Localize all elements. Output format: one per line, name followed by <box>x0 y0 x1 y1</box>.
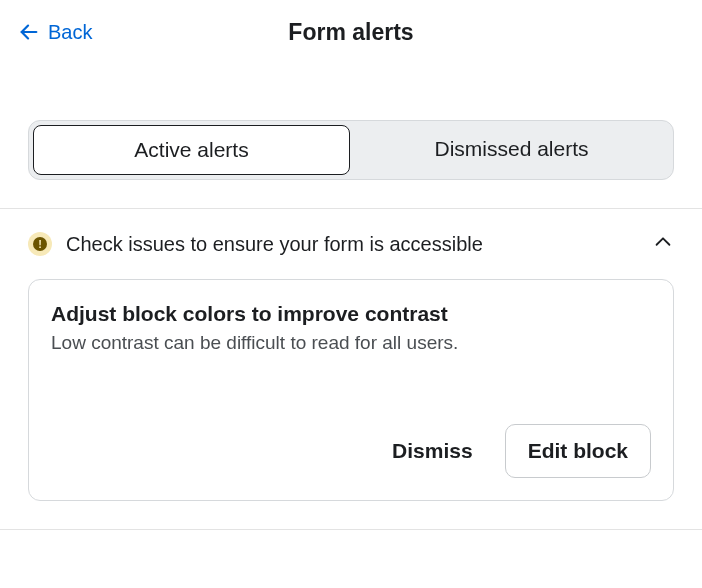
alert-description: Low contrast can be difficult to read fo… <box>51 332 651 354</box>
alert-title: Adjust block colors to improve contrast <box>51 302 651 326</box>
alert-actions: Dismiss Edit block <box>51 424 651 478</box>
header: Back Form alerts <box>0 0 702 64</box>
divider <box>0 529 702 530</box>
tabs-container: Active alerts Dismissed alerts <box>0 64 702 208</box>
back-button[interactable]: Back <box>18 21 92 44</box>
dismiss-button[interactable]: Dismiss <box>392 439 473 463</box>
arrow-left-icon <box>18 21 40 43</box>
tab-label: Active alerts <box>134 138 248 161</box>
page-title: Form alerts <box>0 19 702 46</box>
section-header[interactable]: ! Check issues to ensure your form is ac… <box>0 209 702 279</box>
back-label: Back <box>48 21 92 44</box>
chevron-up-icon <box>652 231 674 257</box>
edit-block-button[interactable]: Edit block <box>505 424 651 478</box>
tab-dismissed-alerts[interactable]: Dismissed alerts <box>354 125 669 175</box>
alerts-list: Adjust block colors to improve contrast … <box>0 279 702 501</box>
alert-card: Adjust block colors to improve contrast … <box>28 279 674 501</box>
section-title: Check issues to ensure your form is acce… <box>66 233 638 256</box>
tab-label: Dismissed alerts <box>434 137 588 160</box>
tab-active-alerts[interactable]: Active alerts <box>33 125 350 175</box>
alert-icon: ! <box>28 232 52 256</box>
segmented-control: Active alerts Dismissed alerts <box>28 120 674 180</box>
